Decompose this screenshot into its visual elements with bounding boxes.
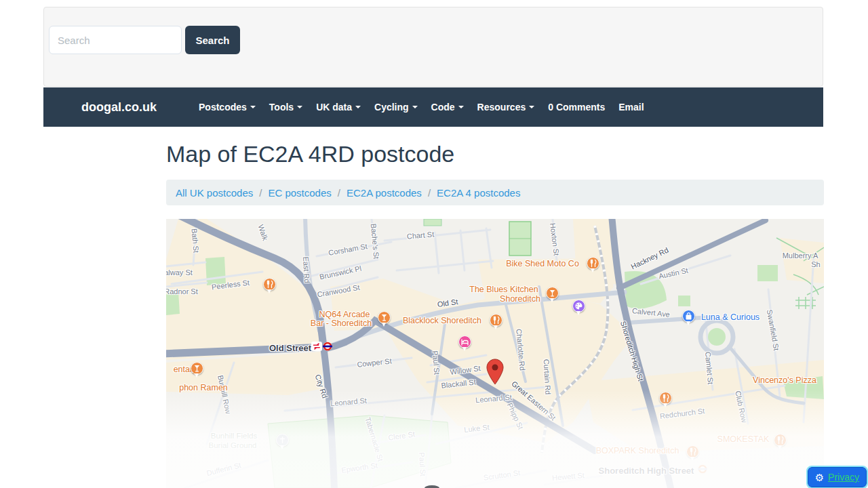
nav-item-0-comments[interactable]: 0 Comments	[541, 95, 612, 119]
restaurant-pin[interactable]	[490, 314, 503, 332]
breadcrumb-link-ec2a-4-postcodes[interactable]: EC2A 4 postcodes	[437, 187, 520, 199]
poi-label-smokestak[interactable]: SMOKESTAK	[717, 434, 770, 444]
caret-down-icon	[458, 106, 464, 108]
street-label-alway-st: alway St	[166, 268, 193, 277]
navbar: doogal.co.uk PostcodesToolsUK dataCyclin…	[43, 87, 823, 127]
restaurant-pin[interactable]	[659, 392, 673, 410]
page: Search doogal.co.uk PostcodesToolsUK dat…	[0, 0, 868, 488]
privacy-button[interactable]: ⚙ Privacy	[808, 467, 867, 487]
search-panel: Search	[43, 7, 823, 87]
page-title: Map of EC2A 4RD postcode	[166, 141, 454, 167]
memorial-pin[interactable]	[276, 434, 290, 452]
breadcrumb-link-all-uk-postcodes[interactable]: All UK postcodes	[176, 187, 253, 199]
poi-label-phon-ramen[interactable]: phon Ramen	[179, 383, 228, 392]
poi-label-nq64-arcade[interactable]: NQ64 Arcade	[319, 310, 370, 319]
breadcrumb: All UK postcodes/EC postcodes/EC2A postc…	[166, 180, 824, 205]
breadcrumb-link-ec2a-postcodes[interactable]: EC2A postcodes	[347, 187, 422, 199]
restaurant-pin[interactable]	[686, 445, 700, 464]
breadcrumb-link-ec-postcodes[interactable]: EC postcodes	[268, 187, 331, 199]
nav-item-email[interactable]: Email	[612, 95, 650, 119]
poi-label-luna-curious[interactable]: Luna & Curious	[701, 312, 760, 322]
bar-pin[interactable]	[191, 362, 204, 380]
station-label-shoreditch-high-street[interactable]: Shoreditch High Street	[599, 466, 694, 476]
nav-item-resources[interactable]: Resources	[471, 95, 542, 119]
brand-link[interactable]: doogal.co.uk	[81, 100, 157, 115]
restaurant-pin[interactable]	[774, 434, 787, 452]
bar-pin[interactable]	[546, 287, 559, 305]
poi-label-bike-shed-moto-co[interactable]: Bike Shed Moto Co	[506, 259, 579, 268]
nav-item-label: 0 Comments	[548, 102, 605, 113]
lodging-pin[interactable]	[458, 336, 472, 354]
underground-icon[interactable]	[322, 341, 334, 355]
area-label-burial-ground: Burial Ground	[209, 441, 257, 449]
area-label-bunhill-fields: Bunhill Fields	[211, 432, 257, 440]
street-label-east-rd: East Rd	[302, 256, 311, 283]
street-label-sh: Sh	[811, 260, 820, 268]
postcode-marker[interactable]	[486, 359, 504, 388]
nav-item-uk-data[interactable]: UK data	[309, 95, 368, 119]
nav-item-label: Resources	[477, 102, 526, 113]
shopping-pin[interactable]	[682, 310, 696, 328]
caret-down-icon	[529, 106, 534, 108]
gear-icon: ⚙	[815, 472, 824, 483]
art-pin[interactable]	[572, 300, 586, 318]
nav-item-label: UK data	[316, 102, 352, 113]
privacy-link[interactable]: Privacy	[828, 472, 859, 483]
breadcrumb-separator: /	[428, 187, 431, 199]
poi-label-the-blues-kitchen[interactable]: The Blues Kitchen	[469, 285, 538, 294]
poi-label-blacklock-shoreditch[interactable]: Blacklock Shoreditch	[403, 316, 481, 325]
poi-label-shoreditch[interactable]: Shoreditch	[500, 294, 540, 304]
caret-down-icon	[355, 106, 361, 108]
restaurant-pin[interactable]	[263, 278, 277, 296]
overground-icon[interactable]	[697, 464, 709, 478]
nav-item-cycling[interactable]: Cycling	[368, 95, 425, 119]
caret-down-icon	[250, 106, 256, 108]
nav-item-label: Cycling	[374, 102, 409, 113]
nav-item-postcodes[interactable]: Postcodes	[192, 95, 262, 119]
bar-pin[interactable]	[378, 311, 391, 329]
nav-item-label: Tools	[269, 102, 294, 113]
nav-item-label: Email	[618, 102, 644, 113]
national-rail-icon[interactable]	[311, 341, 322, 354]
nav-item-code[interactable]: Code	[425, 95, 471, 119]
nav-menu: PostcodesToolsUK dataCyclingCodeResource…	[192, 95, 651, 119]
street-label-paul-st: Paul St	[418, 452, 427, 476]
nav-item-tools[interactable]: Tools	[262, 95, 309, 119]
poi-label-vincenzo-s-pizza[interactable]: Vincenzo's Pizza	[753, 375, 816, 385]
street-label-radnor-st: Radnor St	[166, 287, 198, 296]
street-label-mulberry-a: Mulberry A	[783, 251, 818, 260]
caret-down-icon	[297, 106, 302, 108]
breadcrumb-separator: /	[259, 187, 262, 199]
nav-item-label: Postcodes	[199, 102, 247, 113]
restaurant-pin[interactable]	[587, 257, 600, 275]
map-logo-hint	[425, 485, 439, 488]
search-button[interactable]: Search	[185, 26, 240, 54]
map-base-tiles	[166, 219, 824, 488]
breadcrumb-separator: /	[338, 187, 340, 199]
map-canvas[interactable]: WalkBath Stalway StRadnor StPeerless StE…	[166, 219, 824, 488]
station-label-old-street[interactable]: Old Street	[269, 343, 311, 353]
poi-label-boxpark-shoreditch[interactable]: BOXPARK Shoreditch	[596, 446, 679, 455]
poi-label-bar-shoreditch[interactable]: Bar - Shoreditch	[311, 319, 372, 328]
nav-item-label: Code	[431, 102, 455, 113]
caret-down-icon	[412, 106, 418, 108]
search-input[interactable]	[49, 26, 182, 54]
